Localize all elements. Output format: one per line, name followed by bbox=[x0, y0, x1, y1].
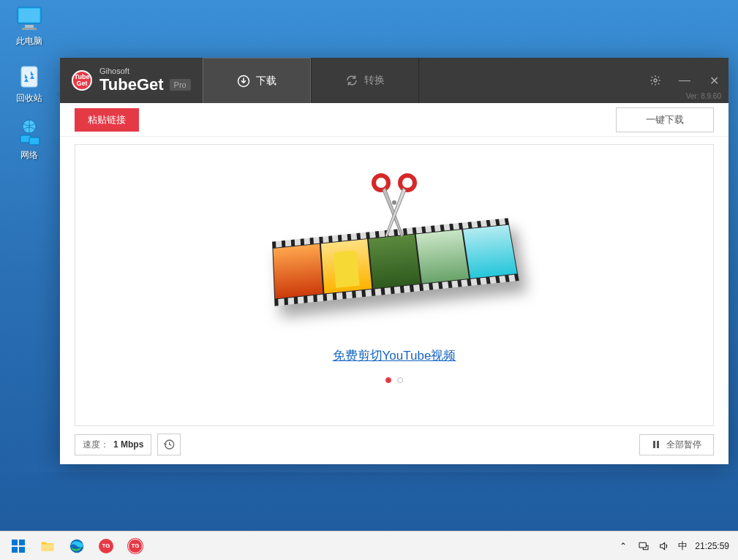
one-key-download-button[interactable]: 一键下载 bbox=[616, 107, 714, 132]
svg-rect-20 bbox=[42, 544, 54, 550]
tab-convert[interactable]: 转换 bbox=[311, 58, 419, 103]
speed-label: 速度： bbox=[83, 439, 109, 451]
desktop-icon-recycle-bin[interactable]: 回收站 bbox=[7, 61, 51, 105]
recycle-bin-icon bbox=[15, 61, 44, 90]
convert-icon bbox=[345, 74, 358, 87]
desktop-icon-label: 网络 bbox=[20, 149, 38, 162]
version-label: Ver: 8.9.60 bbox=[686, 92, 721, 100]
desktop-icon-network[interactable]: 网络 bbox=[7, 118, 51, 162]
company-name: Gihosoft bbox=[99, 67, 191, 75]
tab-label: 下载 bbox=[256, 75, 276, 88]
taskbar-edge[interactable] bbox=[63, 534, 91, 559]
history-icon bbox=[163, 439, 175, 450]
edge-icon bbox=[69, 538, 85, 554]
taskbar-app-1[interactable]: TG bbox=[92, 534, 120, 559]
pro-badge: Pro bbox=[170, 79, 191, 91]
taskbar-app-2[interactable]: TG bbox=[121, 534, 149, 559]
svg-rect-7 bbox=[29, 137, 39, 145]
app-window: TubeGet Gihosoft TubeGet Pro 下载 转换 bbox=[60, 58, 728, 464]
history-button[interactable] bbox=[157, 434, 181, 455]
app-name: TubeGet bbox=[99, 75, 164, 94]
svg-rect-18 bbox=[12, 547, 18, 553]
computer-icon bbox=[15, 4, 44, 33]
promo-link[interactable]: 免费剪切YouTube视频 bbox=[333, 347, 456, 364]
taskbar: TG TG ⌃ 中 21:25:59 bbox=[0, 531, 738, 560]
svg-point-11 bbox=[400, 175, 415, 190]
speed-value: 1 Mbps bbox=[113, 439, 143, 450]
toolbar: 粘贴链接 一键下载 bbox=[60, 103, 728, 137]
titlebar: TubeGet Gihosoft TubeGet Pro 下载 转换 bbox=[60, 58, 728, 103]
pause-icon bbox=[652, 440, 660, 449]
desktop-icons: 此电脑 回收站 网络 bbox=[7, 4, 51, 162]
tab-download[interactable]: 下载 bbox=[203, 58, 311, 103]
content-area: 免费剪切YouTube视频 bbox=[60, 137, 728, 434]
svg-rect-14 bbox=[653, 441, 655, 448]
network-icon bbox=[15, 118, 44, 147]
svg-rect-3 bbox=[22, 28, 37, 30]
svg-rect-15 bbox=[657, 441, 659, 448]
svg-rect-17 bbox=[19, 540, 25, 545]
speed-selector[interactable]: 速度： 1 Mbps bbox=[75, 434, 151, 455]
tab-label: 转换 bbox=[364, 74, 385, 87]
desktop-icon-this-pc[interactable]: 此电脑 bbox=[7, 4, 51, 48]
windows-icon bbox=[11, 539, 26, 553]
svg-rect-22 bbox=[639, 542, 646, 548]
tray-clock[interactable]: 21:25:59 bbox=[695, 541, 734, 551]
tray-ime[interactable]: 中 bbox=[678, 540, 688, 553]
minimize-icon: — bbox=[679, 74, 690, 87]
chevron-up-icon: ⌃ bbox=[620, 541, 627, 551]
svg-rect-19 bbox=[19, 547, 25, 553]
tray-network[interactable] bbox=[637, 540, 650, 553]
svg-point-12 bbox=[392, 200, 396, 205]
desktop-icon-label: 回收站 bbox=[16, 92, 42, 105]
network-tray-icon bbox=[638, 540, 649, 552]
promo-illustration bbox=[270, 188, 519, 334]
app-logo-icon: TubeGet bbox=[72, 70, 92, 91]
close-icon: ✕ bbox=[709, 74, 719, 88]
tray-sound[interactable] bbox=[658, 540, 671, 553]
pause-all-label: 全部暂停 bbox=[666, 439, 701, 451]
svg-rect-1 bbox=[19, 9, 39, 22]
svg-point-10 bbox=[374, 175, 388, 190]
scissors-icon bbox=[365, 170, 423, 243]
gear-icon bbox=[649, 75, 661, 86]
empty-state: 免费剪切YouTube视频 bbox=[75, 144, 714, 426]
svg-point-9 bbox=[654, 79, 657, 82]
app-icon: TG bbox=[99, 539, 113, 553]
brand: TubeGet Gihosoft TubeGet Pro bbox=[60, 67, 203, 94]
desktop-icon-label: 此电脑 bbox=[16, 35, 42, 48]
pause-all-button[interactable]: 全部暂停 bbox=[639, 434, 714, 455]
carousel-dots bbox=[385, 377, 403, 383]
download-icon bbox=[237, 75, 250, 88]
speaker-icon bbox=[658, 540, 670, 552]
app-icon: TG bbox=[128, 539, 143, 553]
svg-rect-16 bbox=[12, 540, 18, 545]
bottom-bar: 速度： 1 Mbps 全部暂停 bbox=[60, 434, 728, 464]
carousel-dot-1[interactable] bbox=[385, 377, 391, 383]
svg-rect-4 bbox=[21, 67, 37, 87]
settings-button[interactable] bbox=[641, 58, 670, 103]
folder-icon bbox=[39, 538, 56, 554]
start-button[interactable] bbox=[4, 534, 32, 559]
paste-link-button[interactable]: 粘贴链接 bbox=[75, 108, 139, 132]
taskbar-explorer[interactable] bbox=[34, 534, 61, 559]
svg-rect-2 bbox=[25, 25, 34, 28]
carousel-dot-2[interactable] bbox=[397, 377, 403, 383]
tray-chevron[interactable]: ⌃ bbox=[617, 540, 630, 553]
